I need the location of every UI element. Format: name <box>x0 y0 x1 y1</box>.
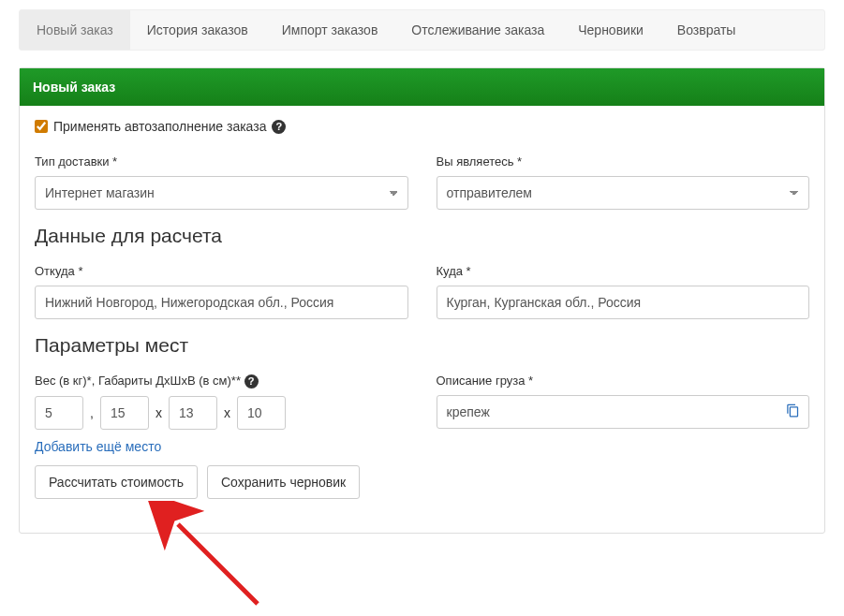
tab-tracking[interactable]: Отслеживание заказа <box>394 10 561 50</box>
from-label: Откуда * <box>35 264 408 278</box>
add-place-link[interactable]: Добавить ещё место <box>35 439 161 454</box>
cargo-desc-input[interactable] <box>437 395 810 429</box>
delivery-type-select[interactable]: Интернет магазин <box>35 176 408 210</box>
width-input[interactable] <box>169 396 217 430</box>
section-calc-title: Данные для расчета <box>35 225 809 247</box>
info-icon[interactable]: ? <box>244 374 259 389</box>
autofill-row: Применять автозаполнение заказа ? <box>35 119 809 134</box>
autofill-checkbox[interactable] <box>35 120 48 133</box>
separator: x <box>224 405 230 420</box>
length-input[interactable] <box>100 396 149 430</box>
tab-new-order[interactable]: Новый заказ <box>20 10 130 50</box>
dims-label: Вес (в кг)*, Габариты ДхШхВ (в см)** ? <box>35 374 408 389</box>
tab-order-history[interactable]: История заказов <box>130 10 265 50</box>
role-label: Вы являетесь * <box>437 154 810 169</box>
save-draft-button[interactable]: Сохранить черновик <box>207 465 360 499</box>
separator: x <box>155 405 162 420</box>
tab-returns[interactable]: Возвраты <box>660 10 753 50</box>
cargo-desc-label: Описание груза * <box>437 374 810 388</box>
from-input[interactable] <box>35 286 408 319</box>
to-label: Куда * <box>437 264 810 278</box>
separator: , <box>90 405 94 420</box>
delivery-type-label: Тип доставки * <box>35 154 408 169</box>
autofill-label: Применять автозаполнение заказа <box>53 119 266 134</box>
calculate-button[interactable]: Рассчитать стоимость <box>35 465 198 499</box>
tabs-bar: Новый заказ История заказов Импорт заказ… <box>19 9 825 51</box>
role-select[interactable]: отправителем <box>437 176 810 210</box>
weight-input[interactable] <box>35 396 83 430</box>
copy-icon[interactable] <box>786 403 800 420</box>
height-input[interactable] <box>237 396 286 430</box>
to-input[interactable] <box>437 286 810 319</box>
info-icon[interactable]: ? <box>272 120 286 134</box>
section-params-title: Параметры мест <box>35 334 809 357</box>
panel-title: Новый заказ <box>20 68 824 106</box>
order-panel: Новый заказ Применять автозаполнение зак… <box>19 67 825 534</box>
tab-import-orders[interactable]: Импорт заказов <box>265 10 395 50</box>
tab-drafts[interactable]: Черновики <box>561 10 660 50</box>
